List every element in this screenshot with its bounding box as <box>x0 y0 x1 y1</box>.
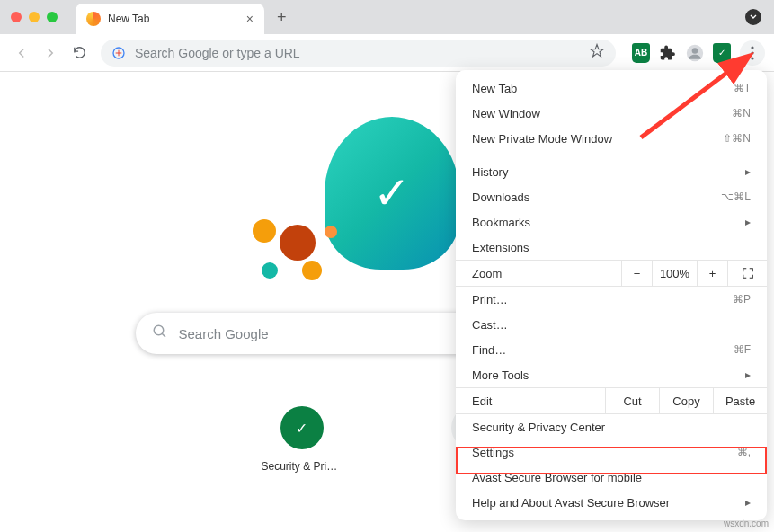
close-window-button[interactable] <box>11 12 22 22</box>
menu-security-center[interactable]: Security & Privacy Center <box>456 414 767 439</box>
avast-shield-icon[interactable]: ✓ <box>713 44 731 62</box>
zoom-out-button[interactable]: − <box>621 261 652 286</box>
window-controls <box>11 12 58 22</box>
check-icon: ✓ <box>373 167 411 219</box>
menu-mobile[interactable]: Avast Secure Browser for mobile <box>456 465 767 490</box>
browser-toolbar: Search Google or type a URL AB ✓ <box>0 34 774 72</box>
chevron-right-icon: ▸ <box>745 496 751 509</box>
paste-button[interactable]: Paste <box>713 388 767 413</box>
forward-button[interactable] <box>38 40 63 66</box>
svg-point-2 <box>692 48 698 54</box>
chevron-right-icon: ▸ <box>745 216 751 228</box>
menu-print[interactable]: Print…⌘P <box>456 287 767 312</box>
browser-menu-button[interactable] <box>740 40 765 66</box>
menu-cast[interactable]: Cast… <box>456 312 767 337</box>
tab-title: New Tab <box>108 13 239 25</box>
browser-menu: New Tab⌘T New Window⌘N New Private Mode … <box>456 70 767 520</box>
minimize-window-button[interactable] <box>29 12 40 22</box>
profile-icon[interactable] <box>686 44 704 62</box>
close-tab-icon[interactable]: × <box>246 12 254 26</box>
bookmark-star-icon[interactable] <box>589 43 605 63</box>
menu-bookmarks[interactable]: Bookmarks▸ <box>456 209 767 235</box>
tab-favicon-icon <box>86 12 101 26</box>
new-tab-button[interactable]: + <box>277 8 287 27</box>
chevron-right-icon: ▸ <box>745 368 751 381</box>
browser-tab[interactable]: New Tab × <box>76 4 264 34</box>
search-placeholder: Search Google <box>179 326 269 341</box>
google-icon <box>111 46 126 60</box>
menu-extensions[interactable]: Extensions <box>456 235 767 260</box>
menu-help[interactable]: Help and About Avast Secure Browser▸ <box>456 490 767 515</box>
back-button[interactable] <box>9 40 34 66</box>
menu-settings[interactable]: Settings⌘, <box>456 439 767 465</box>
shortcut-security[interactable]: ✓ Security & Priv… <box>262 406 343 473</box>
search-icon <box>152 324 168 343</box>
menu-zoom-row: Zoom − 100% + <box>456 260 767 287</box>
address-bar[interactable]: Search Google or type a URL <box>101 40 616 66</box>
watermark: wsxdn.com <box>724 519 769 528</box>
maximize-window-button[interactable] <box>47 12 58 22</box>
svg-point-4 <box>751 51 753 54</box>
menu-new-private-window[interactable]: New Private Mode Window⇧⌘N <box>456 126 767 151</box>
adblock-extension-icon[interactable]: AB <box>632 44 650 62</box>
extensions-puzzle-icon[interactable] <box>659 44 677 62</box>
shield-check-icon: ✓ <box>280 406 324 449</box>
copy-button[interactable]: Copy <box>659 388 713 413</box>
menu-new-tab[interactable]: New Tab⌘T <box>456 75 767 101</box>
menu-downloads[interactable]: Downloads⌥⌘L <box>456 184 767 209</box>
menu-history[interactable]: History▸ <box>456 159 767 184</box>
svg-point-5 <box>751 57 753 59</box>
zoom-in-button[interactable]: + <box>697 261 727 286</box>
chevron-right-icon: ▸ <box>745 165 751 178</box>
svg-point-6 <box>154 325 164 335</box>
window-titlebar: New Tab × + <box>0 0 774 34</box>
cut-button[interactable]: Cut <box>605 388 659 413</box>
zoom-value: 100% <box>652 261 697 286</box>
window-dropdown-icon[interactable] <box>745 9 761 25</box>
edit-label: Edit <box>456 388 605 413</box>
menu-new-window[interactable]: New Window⌘N <box>456 101 767 126</box>
reload-button[interactable] <box>67 40 92 66</box>
menu-find[interactable]: Find…⌘F <box>456 337 767 362</box>
fullscreen-button[interactable] <box>727 261 767 286</box>
menu-edit-row: Edit Cut Copy Paste <box>456 387 767 414</box>
menu-more-tools[interactable]: More Tools▸ <box>456 362 767 387</box>
svg-point-3 <box>751 46 753 49</box>
address-bar-placeholder: Search Google or type a URL <box>135 46 300 60</box>
shortcut-label: Security & Priv… <box>262 460 343 473</box>
zoom-label: Zoom <box>456 261 621 286</box>
